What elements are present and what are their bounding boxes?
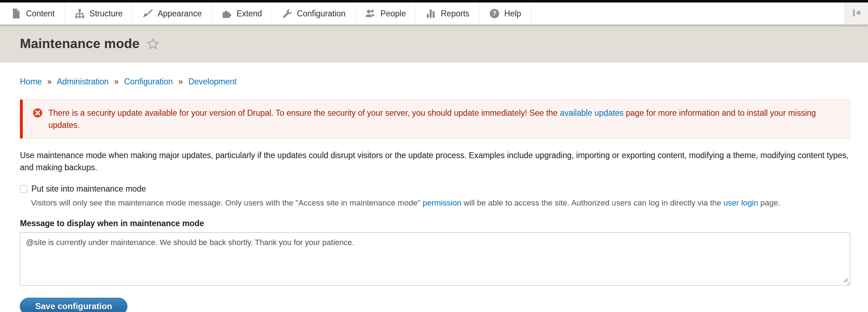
toolbar-tab-structure[interactable]: Structure xyxy=(65,2,133,25)
toolbar-tab-label: Appearance xyxy=(158,9,202,19)
save-configuration-button[interactable]: Save configuration xyxy=(20,298,127,312)
top-strip xyxy=(0,0,868,2)
main-content: Home » Administration » Configuration » … xyxy=(0,77,868,312)
star-outline-icon[interactable] xyxy=(147,37,159,52)
maintenance-mode-description: Visitors will only see the maintenance m… xyxy=(31,197,850,209)
maintenance-mode-intro-text: Use maintenance mode when making major u… xyxy=(20,149,850,173)
collapse-toolbar-button[interactable] xyxy=(845,2,868,25)
extend-icon xyxy=(221,8,232,19)
description-text: will be able to access the site. Authori… xyxy=(461,198,724,207)
toolbar-tab-extend[interactable]: Extend xyxy=(212,2,272,25)
breadcrumb-link-development[interactable]: Development xyxy=(188,77,237,86)
toolbar-tab-people[interactable]: People xyxy=(355,2,416,25)
toolbar-tab-configuration[interactable]: Configuration xyxy=(272,2,356,25)
security-update-error-message: There is a security update available for… xyxy=(20,99,850,139)
user-login-link[interactable]: user login xyxy=(724,198,758,207)
toolbar-tab-label: Structure xyxy=(90,9,123,19)
breadcrumb-separator: » xyxy=(114,77,119,86)
reports-icon xyxy=(425,8,436,19)
toolbar-tab-label: Extend xyxy=(237,9,262,19)
message-textarea-wrapper: @site is currently under maintenance. We… xyxy=(20,232,850,287)
toolbar-tab-label: People xyxy=(380,9,406,19)
breadcrumb-separator: » xyxy=(47,77,52,86)
admin-toolbar: Content Structure Appearance Extend Conf… xyxy=(0,2,868,25)
breadcrumb-separator: » xyxy=(178,77,183,86)
maintenance-mode-checkbox-row: Put site into maintenance mode xyxy=(20,184,850,194)
svg-text:?: ? xyxy=(492,10,496,17)
permission-link[interactable]: permission xyxy=(423,198,461,207)
help-icon: ? xyxy=(489,8,500,19)
toolbar-tab-label: Help xyxy=(504,9,521,19)
breadcrumb-link-configuration[interactable]: Configuration xyxy=(124,77,173,86)
toolbar-spacer xyxy=(531,2,845,25)
error-message-text: There is a security update available for… xyxy=(48,107,840,131)
breadcrumb-link-home[interactable]: Home xyxy=(20,77,42,86)
toolbar-tab-label: Content xyxy=(26,9,55,19)
toolbar-tab-help[interactable]: ? Help xyxy=(480,2,531,25)
collapse-toolbar-icon xyxy=(851,7,863,20)
description-text: Visitors will only see the maintenance m… xyxy=(31,198,423,207)
error-text-before-link: There is a security update available for… xyxy=(48,108,560,118)
toolbar-tab-appearance[interactable]: Appearance xyxy=(133,2,212,25)
description-text: page. xyxy=(758,198,780,207)
page-title: Maintenance mode xyxy=(20,36,139,51)
error-circle-x-icon xyxy=(33,108,43,119)
maintenance-message-textarea[interactable]: @site is currently under maintenance. We… xyxy=(20,232,850,286)
structure-icon xyxy=(74,8,85,19)
content-icon xyxy=(11,8,21,19)
appearance-icon xyxy=(142,8,153,19)
available-updates-link[interactable]: available updates xyxy=(560,108,624,118)
maintenance-mode-checkbox[interactable] xyxy=(20,185,27,193)
people-icon xyxy=(365,8,376,19)
breadcrumb-link-administration[interactable]: Administration xyxy=(57,77,109,86)
breadcrumb: Home » Administration » Configuration » … xyxy=(20,77,850,87)
configuration-icon xyxy=(282,8,292,19)
toolbar-tab-label: Reports xyxy=(441,9,470,19)
toolbar-tab-reports[interactable]: Reports xyxy=(416,2,480,25)
message-field-label: Message to display when in maintenance m… xyxy=(20,219,850,228)
toolbar-tab-content[interactable]: Content xyxy=(0,2,65,25)
maintenance-mode-checkbox-label[interactable]: Put site into maintenance mode xyxy=(31,184,146,194)
page-header: Maintenance mode xyxy=(0,25,868,63)
form-actions: Save configuration xyxy=(20,298,850,312)
toolbar-tab-label: Configuration xyxy=(297,9,346,19)
